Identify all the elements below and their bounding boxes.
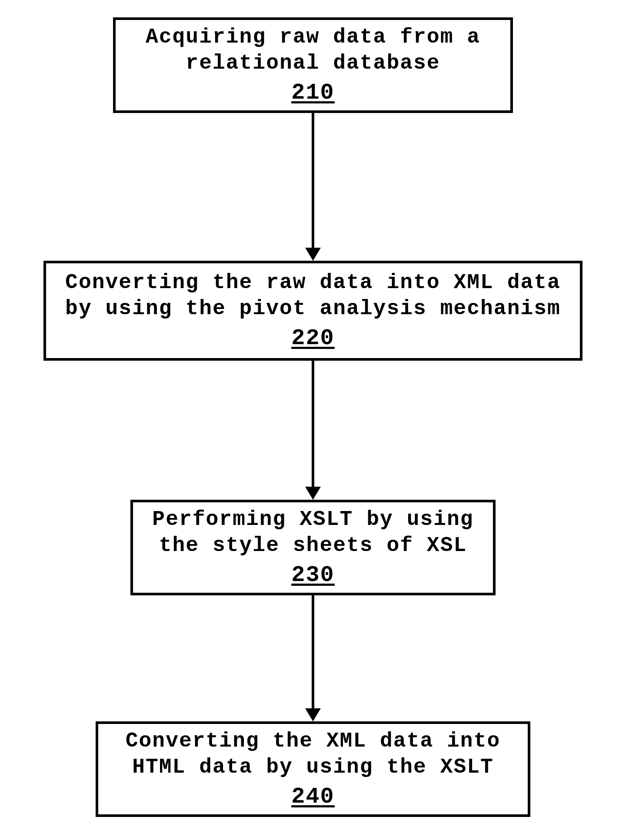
arrow-head-icon	[305, 248, 321, 261]
flowchart-canvas: Acquiring raw data from a relational dat…	[0, 0, 629, 840]
step-210-number: 210	[291, 79, 335, 107]
step-220-text: Converting the raw data into XML data by…	[65, 269, 561, 322]
step-240-number: 240	[291, 783, 335, 811]
arrow-shaft	[312, 113, 314, 248]
step-210-box: Acquiring raw data from a relational dat…	[113, 17, 513, 113]
step-220-box: Converting the raw data into XML data by…	[43, 261, 582, 361]
arrow-shaft	[312, 595, 314, 708]
step-230-number: 230	[291, 561, 335, 589]
arrow-head-icon	[305, 487, 321, 500]
step-240-box: Converting the XML data into HTML data b…	[96, 721, 530, 817]
step-240-text: Converting the XML data into HTML data b…	[126, 728, 501, 780]
step-230-box: Performing XSLT by using the style sheet…	[130, 500, 496, 595]
step-210-text: Acquiring raw data from a relational dat…	[146, 24, 480, 76]
step-220-number: 220	[291, 324, 335, 352]
arrow-shaft	[312, 361, 314, 487]
arrow-head-icon	[305, 708, 321, 721]
step-230-text: Performing XSLT by using the style sheet…	[152, 506, 473, 558]
